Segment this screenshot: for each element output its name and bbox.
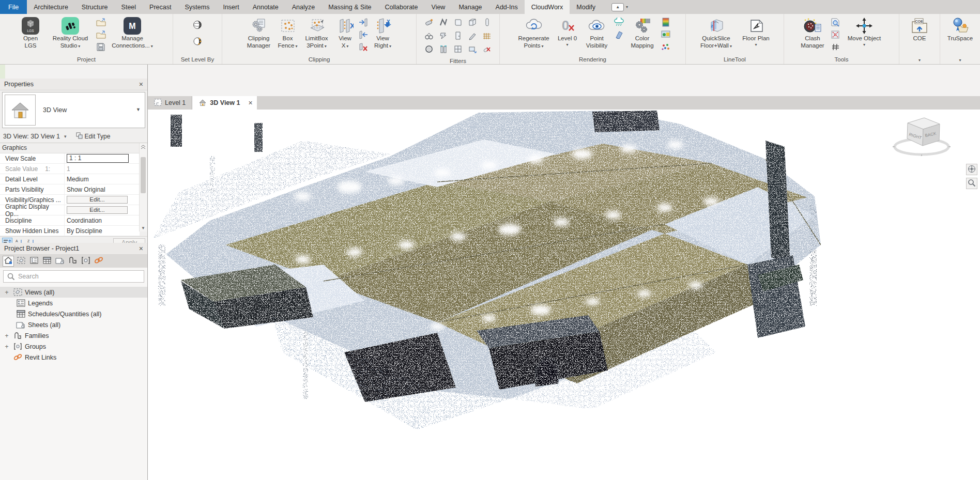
sort-descending-button[interactable]: ZA: [26, 238, 36, 243]
fitter-door-button[interactable]: [451, 29, 465, 43]
menu-insert[interactable]: Insert: [216, 0, 246, 14]
browser-legends-button[interactable]: [28, 256, 40, 267]
truspace-panel-caret[interactable]: ▾: [940, 55, 980, 64]
floor-plan-button[interactable]: Floor Plan▾: [738, 14, 774, 48]
tree-item-families[interactable]: + Families: [0, 330, 147, 341]
apply-button[interactable]: Apply: [113, 238, 145, 243]
fitter-ring-button[interactable]: [422, 43, 436, 56]
3d-view-canvas[interactable]: RIGHT BACK: [148, 110, 980, 480]
coe-panel-caret[interactable]: ▾: [899, 55, 940, 64]
browser-views-button[interactable]: [16, 256, 27, 267]
inspect-page-button[interactable]: [830, 17, 841, 28]
chisel-button[interactable]: [614, 29, 625, 41]
fitter-pipe-button[interactable]: [422, 16, 436, 29]
menu-file[interactable]: File: [0, 0, 27, 14]
zoom-tool-button[interactable]: [966, 178, 977, 189]
clip-shift-left-button[interactable]: [358, 29, 369, 41]
fitter-tray-button[interactable]: [480, 29, 494, 43]
scroll-down-icon[interactable]: ▼: [141, 226, 145, 231]
clip-delete-button[interactable]: [358, 42, 369, 53]
browser-links-button[interactable]: [93, 256, 104, 267]
properties-scrollbar[interactable]: ▼: [139, 143, 147, 231]
point-visibility-button[interactable]: Point Visibility: [581, 14, 612, 50]
fitter-window-button[interactable]: [451, 43, 465, 56]
menu-steel[interactable]: Steel: [115, 0, 143, 14]
browser-home-button[interactable]: [3, 256, 14, 267]
open-lgs-file-button[interactable]: [95, 17, 106, 28]
expand-icon[interactable]: +: [3, 289, 10, 296]
expand-icon[interactable]: +: [3, 332, 10, 339]
truspace-button[interactable]: TruSpace: [943, 14, 977, 43]
menu-architecture[interactable]: Architecture: [27, 0, 75, 14]
reality-cloud-studio-button[interactable]: Reality Cloud Studio▾: [47, 14, 94, 50]
browser-sheets-button[interactable]: [54, 256, 66, 267]
box-fence-button[interactable]: Box Fence▾: [276, 14, 300, 50]
type-selector[interactable]: 3D View ▼: [2, 92, 145, 128]
sort-ascending-button[interactable]: AZ: [14, 238, 24, 243]
tree-item-schedules[interactable]: Schedules/Quantities (all): [0, 308, 147, 319]
visibility-graphics-edit-button[interactable]: Edit...: [67, 196, 128, 204]
set-level-sphere-button-1[interactable]: [192, 20, 203, 31]
menu-manage[interactable]: Manage: [452, 0, 488, 14]
menu-collaborate[interactable]: Collaborate: [378, 0, 425, 14]
clash-grid-button[interactable]: [830, 29, 841, 41]
search-input[interactable]: [3, 270, 144, 283]
clash-manager-button[interactable]: Clash Manager: [797, 14, 829, 50]
fitter-polyline-button[interactable]: [436, 16, 451, 29]
project-browser-close-icon[interactable]: ×: [139, 245, 143, 252]
properties-close-icon[interactable]: ×: [139, 81, 143, 88]
discipline-value[interactable]: Coordination: [65, 215, 140, 225]
tab-level-1[interactable]: Level 1: [148, 96, 192, 110]
menu-add-ins[interactable]: Add-Ins: [489, 0, 525, 14]
menu-structure[interactable]: Structure: [75, 0, 115, 14]
tree-item-legends[interactable]: Legends: [0, 298, 147, 308]
tree-item-sheets[interactable]: Sheets (all): [0, 319, 147, 330]
fitter-pen-button[interactable]: [465, 29, 480, 43]
tree-item-revit-links[interactable]: Revit Links: [0, 352, 147, 363]
coe-button[interactable]: COE COE: [903, 14, 936, 43]
hash-button[interactable]: [830, 42, 841, 53]
save-button[interactable]: [95, 42, 106, 53]
parts-visibility-value[interactable]: Show Original: [65, 184, 140, 194]
browser-groups-button[interactable]: [80, 256, 91, 267]
tree-item-groups[interactable]: + Groups: [0, 341, 147, 352]
limitbox-3point-button[interactable]: LimitBox 3Point▾: [301, 14, 333, 50]
view-x-button[interactable]: X View X▾: [334, 14, 357, 50]
menu-annotate[interactable]: Annotate: [246, 0, 285, 14]
detail-level-value[interactable]: Medium: [65, 174, 140, 184]
graphics-section-header[interactable]: Graphics: [0, 143, 140, 153]
menu-analyze[interactable]: Analyze: [285, 0, 321, 14]
tab-close-icon[interactable]: ×: [248, 99, 252, 107]
view-right-button[interactable]: X View Right▾: [370, 14, 396, 50]
browser-families-button[interactable]: [67, 256, 79, 267]
cloud-rain-button[interactable]: [614, 17, 625, 28]
set-level-sphere-button-2[interactable]: [192, 36, 203, 48]
graphic-display-edit-button[interactable]: Edit...: [67, 206, 128, 214]
open-lgs-button[interactable]: LGS Open LGS: [16, 14, 45, 50]
expand-icon[interactable]: +: [3, 343, 10, 350]
instance-label[interactable]: 3D View: 3D View 1: [3, 133, 60, 140]
ribbon-display-toggle[interactable]: ▲▾: [607, 0, 632, 14]
menu-precast[interactable]: Precast: [143, 0, 178, 14]
edit-type-button[interactable]: Edit Type: [73, 132, 114, 141]
fitter-column-button[interactable]: [480, 16, 494, 29]
navigation-wheel-button[interactable]: [966, 164, 977, 175]
clip-shift-right-button[interactable]: [358, 17, 369, 28]
view-scale-input[interactable]: 1 : 1: [67, 154, 129, 163]
menu-cloudworx[interactable]: CloudWorx: [525, 0, 570, 14]
quickslice-button[interactable]: 2 QuickSlice Floor+Wall▾: [696, 14, 737, 50]
scatter-color-button[interactable]: [660, 42, 671, 53]
browser-schedules-button[interactable]: [41, 256, 53, 267]
chevron-down-icon[interactable]: ▾: [64, 134, 67, 139]
tab-3d-view-1[interactable]: 3D View 1 ×: [192, 96, 256, 110]
fitter-export-button[interactable]: [465, 43, 480, 56]
scrollbar-thumb[interactable]: [141, 157, 146, 193]
fitter-binoculars-button[interactable]: [422, 29, 436, 43]
tree-item-views[interactable]: + Views (all): [0, 287, 147, 298]
regenerate-points-button[interactable]: Regenerate Points▾: [514, 14, 554, 50]
menu-view[interactable]: View: [425, 0, 452, 14]
color-mapping-button[interactable]: Color Mapping: [626, 14, 659, 50]
move-object-button[interactable]: Move Object▾: [842, 14, 886, 48]
colorbar-button[interactable]: [660, 17, 671, 28]
level-0-button[interactable]: 0 Level 0▾: [555, 14, 580, 48]
